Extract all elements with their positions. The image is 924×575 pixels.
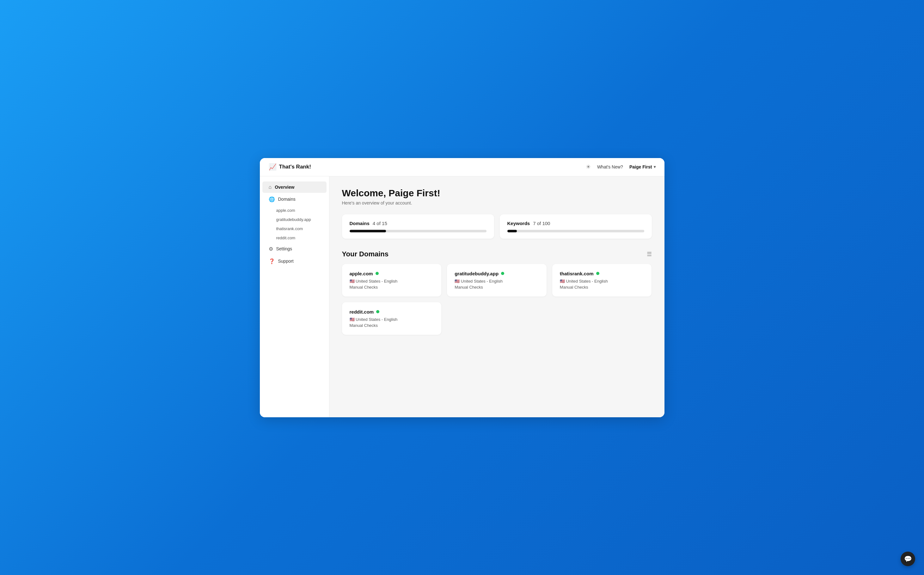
domains-stat-value: 4 of 15 bbox=[373, 221, 387, 226]
page-subtitle: Here's an overview of your account. bbox=[342, 200, 652, 205]
status-dot-apple bbox=[376, 272, 379, 275]
sidebar-item-domains[interactable]: 🌐 Domains bbox=[262, 194, 327, 205]
chevron-down-icon: ▾ bbox=[654, 165, 656, 169]
home-icon: ⌂ bbox=[269, 184, 272, 190]
domain-card-thatisrank[interactable]: thatisrank.com 🇺🇸 United States - Englis… bbox=[552, 264, 652, 297]
section-menu-icon[interactable]: ☰ bbox=[647, 251, 652, 257]
keywords-progress-fill bbox=[507, 230, 517, 232]
gear-icon: ⚙ bbox=[269, 246, 273, 252]
status-dot-reddit bbox=[376, 310, 379, 313]
keywords-stat-value: 7 of 100 bbox=[533, 221, 550, 226]
domain-check-type-apple: Manual Checks bbox=[349, 285, 434, 289]
sidebar-sub-item-reddit[interactable]: reddit.com bbox=[262, 233, 327, 243]
logo[interactable]: 📈 That's Rank! bbox=[269, 163, 311, 171]
body-layout: ⌂ Overview 🌐 Domains apple.com gratitude… bbox=[260, 176, 664, 417]
domain-name-row: thatisrank.com bbox=[560, 271, 644, 276]
keywords-stat-header: Keywords 7 of 100 bbox=[507, 221, 644, 226]
header-right: ☀ What's New? Paige First ▾ bbox=[586, 164, 656, 170]
domain-card-apple[interactable]: apple.com 🇺🇸 United States - English Man… bbox=[342, 264, 441, 297]
sidebar: ⌂ Overview 🌐 Domains apple.com gratitude… bbox=[260, 176, 329, 417]
whats-new-link[interactable]: What's New? bbox=[597, 164, 623, 170]
logo-text: That's Rank! bbox=[279, 164, 311, 170]
domains-stat-header: Domains 4 of 15 bbox=[349, 221, 486, 226]
sidebar-item-support[interactable]: ❓ Support bbox=[262, 256, 327, 267]
domain-location-apple: 🇺🇸 United States - English bbox=[349, 279, 434, 284]
keywords-stat-label: Keywords bbox=[507, 221, 530, 226]
app-container: 📈 That's Rank! ☀ What's New? Paige First… bbox=[260, 158, 664, 417]
domain-location-gratitudebuddy: 🇺🇸 United States - English bbox=[454, 279, 539, 284]
domain-name-row: reddit.com bbox=[349, 309, 434, 315]
domains-progress-track bbox=[349, 230, 486, 232]
stats-row: Domains 4 of 15 Keywords 7 of 100 bbox=[342, 214, 652, 239]
sidebar-sub-item-thatisrank[interactable]: thatisrank.com bbox=[262, 224, 327, 233]
sidebar-item-settings-label: Settings bbox=[276, 246, 292, 251]
domain-check-type-thatisrank: Manual Checks bbox=[560, 285, 644, 289]
domain-location-thatisrank: 🇺🇸 United States - English bbox=[560, 279, 644, 284]
sidebar-item-domains-label: Domains bbox=[278, 197, 295, 202]
chat-icon: 💬 bbox=[904, 555, 912, 563]
domain-check-type-reddit: Manual Checks bbox=[349, 323, 434, 328]
domain-name-apple: apple.com bbox=[349, 271, 373, 276]
user-name: Paige First bbox=[629, 164, 652, 170]
domain-name-row: gratitudebuddy.app bbox=[454, 271, 539, 276]
domains-stat-card: Domains 4 of 15 bbox=[342, 214, 494, 239]
globe-icon: 🌐 bbox=[269, 196, 275, 202]
domain-name-thatisrank: thatisrank.com bbox=[560, 271, 594, 276]
domain-name-gratitudebuddy: gratitudebuddy.app bbox=[454, 271, 499, 276]
sidebar-sub-item-gratitudebuddy[interactable]: gratitudebuddy.app bbox=[262, 215, 327, 224]
sidebar-item-support-label: Support bbox=[278, 259, 294, 264]
logo-icon: 📈 bbox=[269, 163, 276, 171]
your-domains-section-header: Your Domains ☰ bbox=[342, 250, 652, 258]
sidebar-item-overview-label: Overview bbox=[275, 184, 294, 190]
status-dot-gratitudebuddy bbox=[501, 272, 504, 275]
page-title: Welcome, Paige First! bbox=[342, 188, 652, 199]
keywords-stat-card: Keywords 7 of 100 bbox=[500, 214, 652, 239]
sidebar-sub-item-apple[interactable]: apple.com bbox=[262, 206, 327, 215]
keywords-progress-track bbox=[507, 230, 644, 232]
chat-fab-button[interactable]: 💬 bbox=[900, 551, 915, 566]
user-menu[interactable]: Paige First ▾ bbox=[629, 164, 656, 170]
your-domains-title: Your Domains bbox=[342, 250, 389, 258]
header: 📈 That's Rank! ☀ What's New? Paige First… bbox=[260, 158, 664, 176]
help-icon: ❓ bbox=[269, 258, 275, 264]
sidebar-sub-items: apple.com gratitudebuddy.app thatisrank.… bbox=[260, 206, 329, 243]
main-content: Welcome, Paige First! Here's an overview… bbox=[329, 176, 664, 417]
domains-progress-fill bbox=[349, 230, 386, 232]
domain-card-reddit[interactable]: reddit.com 🇺🇸 United States - English Ma… bbox=[342, 302, 441, 335]
domain-card-gratitudebuddy[interactable]: gratitudebuddy.app 🇺🇸 United States - En… bbox=[447, 264, 546, 297]
sidebar-item-overview[interactable]: ⌂ Overview bbox=[262, 181, 327, 193]
status-dot-thatisrank bbox=[596, 272, 599, 275]
theme-toggle-icon[interactable]: ☀ bbox=[586, 164, 591, 170]
domains-grid: apple.com 🇺🇸 United States - English Man… bbox=[342, 264, 652, 335]
domain-location-reddit: 🇺🇸 United States - English bbox=[349, 317, 434, 322]
sidebar-item-settings[interactable]: ⚙ Settings bbox=[262, 243, 327, 255]
domain-name-row: apple.com bbox=[349, 271, 434, 276]
domain-check-type-gratitudebuddy: Manual Checks bbox=[454, 285, 539, 289]
domains-stat-label: Domains bbox=[349, 221, 370, 226]
domain-name-reddit: reddit.com bbox=[349, 309, 374, 315]
